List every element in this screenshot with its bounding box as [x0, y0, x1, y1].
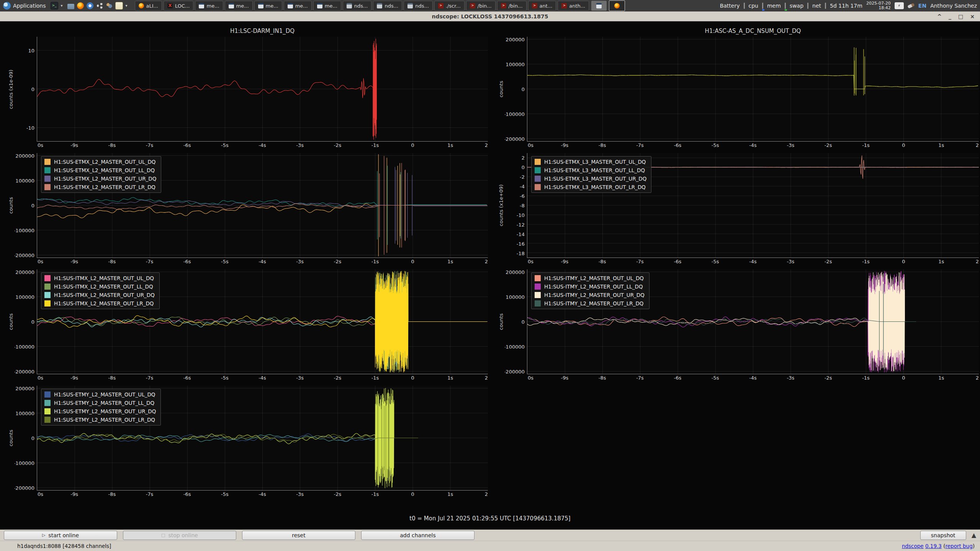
shade-icon[interactable]: ^	[937, 13, 942, 20]
share-icon[interactable]	[96, 2, 103, 9]
terminal-launcher-icon[interactable]: >_	[51, 2, 58, 10]
legend-entry: H1:SUS-ETMY_L2_MASTER_OUT_UL_DQ	[44, 391, 156, 398]
y-axis-label: counts	[7, 386, 15, 491]
x-tick-label: -7s	[146, 142, 154, 148]
taskbar-window-button[interactable]: nds...	[373, 1, 402, 11]
x-tick-label: -5s	[712, 259, 719, 264]
taskbar-window-button[interactable]: me...	[313, 1, 341, 11]
legend-swatch-icon	[44, 292, 51, 298]
taskbar-window-button[interactable]: >anth...	[558, 1, 589, 11]
taskbar-window-button[interactable]: >/bin...	[466, 1, 496, 11]
taskbar-window-button[interactable]: nds...	[343, 1, 372, 11]
plot-sus-itmx-l2: counts2000001000000-100000-200000H1:SUS-…	[7, 269, 488, 381]
legend-entry: H1:SUS-ETMX_L3_MASTER_OUT_UL_DQ	[535, 159, 646, 165]
contacts-icon[interactable]	[106, 2, 113, 9]
x-tick-label: -2s	[825, 375, 832, 381]
tray-separator	[825, 3, 826, 9]
browser-icon[interactable]	[87, 2, 93, 9]
taskbar-window-button[interactable]: me...	[225, 1, 253, 11]
y-tick-label: -100000	[15, 344, 34, 350]
chart-area[interactable]	[527, 37, 979, 142]
reset-button[interactable]: reset	[242, 531, 355, 540]
x-tick-label: -1s	[862, 259, 870, 264]
chart-area[interactable]: H1:SUS-ITMX_L2_MASTER_OUT_UL_DQH1:SUS-IT…	[37, 269, 488, 374]
x-axis-ticks: 0s-9s-8s-7s-6s-5s-4s-3s-2s-1s01s2	[527, 374, 979, 381]
close-icon[interactable]: ×	[970, 13, 975, 20]
x-tick-label: 0s	[528, 375, 533, 381]
legend-swatch-icon	[535, 292, 541, 298]
xlogo-icon: X	[167, 3, 173, 8]
taskbar-window-button[interactable]: me...	[195, 1, 223, 11]
stop-online-button[interactable]: □ stop online	[123, 531, 236, 540]
ndscope-content: H1:LSC-DARM_IN1_DQcounts (x1e-09)100-100…	[0, 21, 980, 530]
taskbar-window-button[interactable]: >./scr...	[434, 1, 465, 11]
legend-channel-name: H1:SUS-ETMX_L2_MASTER_OUT_UL_DQ	[54, 159, 156, 165]
x-tick-label: 0	[902, 259, 905, 264]
y-axis-ticks: 2000001000000-100000-200000	[15, 386, 37, 491]
report-bug-link[interactable]: report bug	[946, 543, 973, 549]
y-tick-label: 2	[522, 155, 525, 161]
legend-entry: H1:SUS-ITMY_L2_MASTER_OUT_LL_DQ	[535, 284, 645, 290]
x-tick-label: -8s	[108, 259, 116, 264]
firefox-icon[interactable]	[77, 2, 84, 9]
start-online-button[interactable]: ▷ start online	[4, 531, 117, 540]
taskbar-window-button[interactable]: me...	[284, 1, 312, 11]
add-channels-button[interactable]: add channels	[361, 531, 474, 540]
version-link[interactable]: 0.19.3	[925, 543, 942, 549]
snapshot-button[interactable]: snapshot	[920, 531, 966, 540]
x-tick-label: -7s	[636, 142, 644, 148]
y-tick-label: -10	[517, 212, 525, 218]
legend-swatch-icon	[44, 408, 51, 414]
legend-swatch-icon	[535, 167, 541, 173]
user-name[interactable]: Anthony Sanchez	[930, 3, 977, 9]
y-axis-label: counts	[7, 153, 15, 258]
file-manager-icon[interactable]	[67, 4, 74, 9]
legend-entry: H1:SUS-ETMX_L2_MASTER_OUT_UL_DQ	[44, 159, 156, 165]
taskbar-window-button[interactable]: aLI...	[135, 1, 162, 11]
scroll-up-icon[interactable]: ▲	[972, 531, 976, 539]
x-tick-label: -8s	[108, 375, 116, 381]
chevron-down-icon[interactable]: ▾	[61, 2, 65, 9]
taskbar-window-button[interactable]: XLOC...	[164, 1, 194, 11]
x-tick-label: -4s	[258, 491, 266, 497]
y-axis-label: counts	[497, 269, 505, 374]
brush-icon[interactable]	[907, 3, 915, 9]
trace	[37, 39, 377, 140]
applications-menu[interactable]: Applications	[3, 2, 46, 10]
legend: H1:SUS-ITMY_L2_MASTER_OUT_UL_DQH1:SUS-IT…	[531, 272, 650, 309]
swap-indicator	[785, 3, 786, 9]
window-icon	[229, 3, 234, 8]
legend-channel-name: H1:SUS-ETMY_L2_MASTER_OUT_LR_DQ	[54, 417, 155, 423]
keyboard-layout[interactable]: EN	[918, 3, 926, 9]
terminal-icon: >	[532, 3, 537, 8]
taskbar-window-button[interactable]: me...	[254, 1, 282, 11]
x-tick-label: -1s	[862, 375, 870, 381]
taskbar-window-button[interactable]: >ant...	[528, 1, 556, 11]
taskbar-window-button[interactable]: nds...	[404, 1, 433, 11]
window-titlebar[interactable]: ndscope: LOCKLOSS 1437096613.1875 ^ _ □ …	[0, 11, 980, 21]
y-tick-label: 0	[522, 165, 525, 170]
minimize-icon[interactable]: _	[949, 13, 951, 20]
y-axis-label: counts	[7, 269, 15, 374]
legend: H1:SUS-ETMY_L2_MASTER_OUT_UL_DQH1:SUS-ET…	[41, 389, 161, 425]
active-window-button[interactable]	[591, 1, 607, 11]
legend-channel-name: H1:SUS-ITMX_L2_MASTER_OUT_LL_DQ	[54, 284, 153, 290]
plot-sus-etmx-l2: counts2000001000000-100000-200000H1:SUS-…	[7, 153, 488, 265]
taskbar-window-button[interactable]: >/bin...	[497, 1, 527, 11]
chart-area[interactable]: H1:SUS-ETMY_L2_MASTER_OUT_UL_DQH1:SUS-ET…	[37, 386, 488, 491]
maximize-icon[interactable]: □	[958, 13, 963, 20]
chart-area[interactable]: H1:SUS-ETMX_L3_MASTER_OUT_UL_DQH1:SUS-ET…	[527, 153, 979, 258]
t0-timestamp: t0 = Mon Jul 21 2025 01:29:55 UTC [14370…	[0, 515, 980, 522]
battery-icon[interactable]: ⚡	[895, 2, 904, 9]
active-firefox-button[interactable]	[609, 0, 625, 11]
ndscope-link[interactable]: ndscope	[902, 543, 924, 549]
x-tick-label: 2	[485, 259, 488, 264]
chart-area[interactable]: H1:SUS-ITMY_L2_MASTER_OUT_UL_DQH1:SUS-IT…	[527, 269, 979, 374]
x-tick-label: -3s	[787, 259, 794, 264]
clock[interactable]: 2025-07-20 18:42	[866, 1, 891, 10]
chart-area[interactable]: H1:SUS-ETMX_L2_MASTER_OUT_UL_DQH1:SUS-ET…	[37, 153, 488, 258]
notes-icon[interactable]	[115, 2, 123, 10]
legend-entry: H1:SUS-ETMY_L2_MASTER_OUT_LL_DQ	[44, 400, 156, 406]
chart-area[interactable]	[37, 37, 488, 142]
chevron-down-icon[interactable]: ▾	[126, 2, 129, 9]
